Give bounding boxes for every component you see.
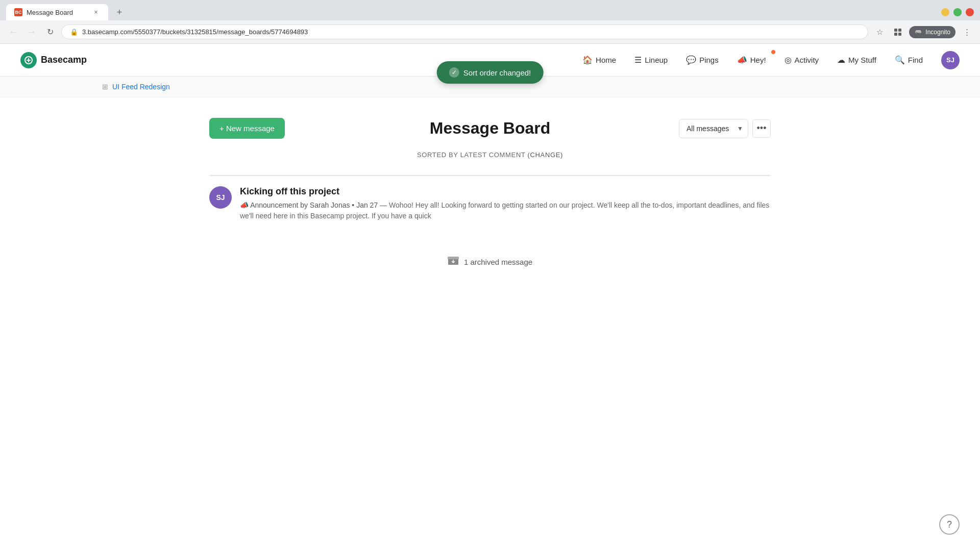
more-options-button[interactable]: ••• — [752, 119, 771, 138]
incognito-label: Incognito — [925, 29, 950, 36]
pings-icon: 💬 — [686, 55, 696, 65]
nav-activity[interactable]: ◎ Activity — [776, 51, 827, 69]
activity-icon: ◎ — [785, 55, 792, 65]
browser-chrome: BC Message Board × + ─ □ × ← → ↻ 🔒 3.bas… — [0, 0, 980, 44]
nav-find[interactable]: 🔍 Find — [887, 51, 931, 69]
logo[interactable]: Basecamp — [20, 52, 87, 68]
toast-container: ✓ Sort order changed! — [437, 61, 544, 84]
content-wrapper: + New message Message Board All messages… — [209, 97, 771, 300]
nav-home[interactable]: 🏠 Home — [574, 51, 624, 69]
back-button: ← — [6, 25, 20, 39]
lineup-icon: ☰ — [634, 55, 642, 65]
browser-tab[interactable]: BC Message Board × — [6, 4, 108, 20]
new-message-button[interactable]: + New message — [209, 118, 285, 139]
page-header: + New message Message Board All messages… — [209, 118, 771, 139]
window-minimize-button[interactable]: ─ — [941, 8, 949, 16]
user-avatar[interactable]: SJ — [941, 51, 960, 69]
filter-select[interactable]: All messages — [679, 119, 748, 138]
breadcrumb-icon: ⊞ — [102, 83, 108, 91]
tab-close-button[interactable]: × — [92, 8, 100, 16]
my-stuff-icon: ☁ — [837, 55, 845, 65]
tab-title: Message Board — [27, 9, 73, 16]
message-meta: 📣 Announcement by Sarah Jonas • Jan 27 —… — [240, 200, 771, 221]
svg-rect-0 — [894, 29, 897, 32]
tab-favicon: BC — [14, 8, 22, 16]
message-title[interactable]: Kicking off this project — [240, 186, 771, 197]
page-title: Message Board — [430, 119, 551, 138]
message-content: Kicking off this project 📣 Announcement … — [240, 186, 771, 221]
home-icon: 🏠 — [582, 55, 593, 65]
window-controls: ─ □ × — [941, 8, 974, 16]
browser-profile-button[interactable] — [891, 25, 905, 39]
svg-rect-3 — [898, 33, 901, 36]
forward-button: → — [24, 25, 39, 39]
announcement-icon: 📣 — [240, 201, 249, 209]
sort-order-toast: ✓ Sort order changed! — [437, 61, 544, 84]
browser-more-button[interactable]: ⋮ — [960, 25, 974, 39]
nav-lineup[interactable]: ☰ Lineup — [626, 51, 676, 69]
sort-label: SORTED BY LATEST COMMENT — [417, 151, 525, 159]
reload-button[interactable]: ↻ — [43, 25, 57, 39]
archived-section: 1 archived message — [209, 244, 771, 280]
svg-rect-6 — [448, 257, 459, 259]
message-author-date: Announcement by Sarah Jonas • Jan 27 — [250, 201, 378, 209]
nav-my-stuff[interactable]: ☁ My Stuff — [829, 51, 885, 69]
logo-text: Basecamp — [41, 55, 87, 65]
archived-link[interactable]: 1 archived message — [448, 256, 532, 268]
breadcrumb-link[interactable]: UI Feed Redesign — [112, 83, 170, 91]
help-button[interactable]: ? — [939, 514, 960, 535]
logo-icon — [20, 52, 37, 68]
window-close-button[interactable]: × — [966, 8, 974, 16]
svg-rect-2 — [894, 33, 897, 36]
toast-check-icon: ✓ — [449, 67, 459, 78]
main-content: + New message Message Board All messages… — [0, 97, 980, 300]
change-sort-link[interactable]: (CHANGE) — [528, 151, 563, 159]
address-bar[interactable]: 🔒 3.basecamp.com/5550377/buckets/3132581… — [61, 24, 868, 39]
archive-icon — [448, 256, 459, 268]
avatar: SJ — [209, 186, 232, 209]
nav-pings[interactable]: 💬 Pings — [678, 51, 727, 69]
toast-message: Sort order changed! — [463, 68, 531, 77]
table-row: SJ Kicking off this project 📣 Announceme… — [209, 176, 771, 232]
message-list: SJ Kicking off this project 📣 Announceme… — [209, 176, 771, 232]
bookmark-button[interactable]: ☆ — [872, 25, 887, 39]
hey-notification-dot — [771, 50, 775, 54]
hey-icon: 📣 — [737, 55, 747, 65]
incognito-badge: Incognito — [909, 26, 955, 38]
archived-count-label: 1 archived message — [464, 258, 532, 266]
address-text: 3.basecamp.com/5550377/buckets/31325815/… — [82, 28, 860, 36]
filter-wrapper: All messages ▼ — [679, 119, 748, 138]
new-tab-button[interactable]: + — [112, 5, 127, 19]
nav-hey[interactable]: 📣 Hey! — [729, 51, 774, 69]
find-icon: 🔍 — [895, 55, 905, 65]
window-maximize-button[interactable]: □ — [953, 8, 962, 16]
main-nav: 🏠 Home ☰ Lineup 💬 Pings 📣 Hey! ◎ Activit… — [574, 51, 931, 69]
sort-bar: SORTED BY LATEST COMMENT (CHANGE) — [209, 151, 771, 159]
browser-nav-bar: ← → ↻ 🔒 3.basecamp.com/5550377/buckets/3… — [0, 20, 980, 43]
browser-title-bar: BC Message Board × + ─ □ × — [0, 0, 980, 20]
svg-rect-1 — [898, 29, 901, 32]
page-actions: All messages ▼ ••• — [679, 119, 771, 138]
